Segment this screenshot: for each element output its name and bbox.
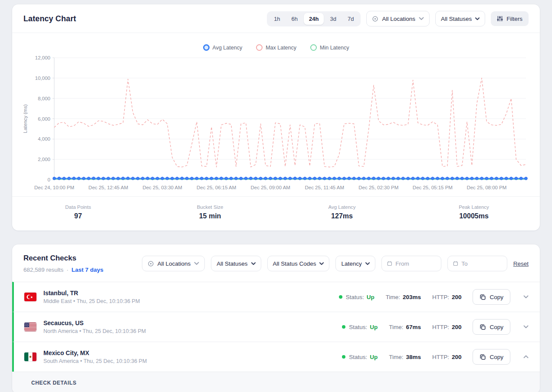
check-city: Secaucus, US xyxy=(43,320,146,326)
calendar-icon xyxy=(453,260,458,267)
check-row-left: Istanbul, TRMiddle East • Thu, 25 Dec, 1… xyxy=(24,290,140,304)
results-count: 682,589 results xyxy=(23,267,63,273)
recent-checks-filters: All Locations All Statuses All Status Co… xyxy=(142,256,529,271)
copy-label: Copy xyxy=(490,354,503,360)
time-label: Time: xyxy=(386,294,400,300)
x-tick-label: Dec 25, 09:00 AM xyxy=(250,185,290,190)
x-tick-label: Dec 25, 02:30 PM xyxy=(358,185,398,190)
legend-label: Max Latency xyxy=(266,45,296,51)
reset-filters-link[interactable]: Reset xyxy=(513,260,529,267)
sliders-icon xyxy=(497,16,503,22)
separator-dot: · xyxy=(66,267,69,273)
time-label: Time: xyxy=(389,354,403,360)
chevron-down-icon[interactable] xyxy=(522,293,530,300)
rc-status-codes-select[interactable]: All Status Codes xyxy=(267,256,330,271)
country-flag-icon xyxy=(24,293,36,301)
country-flag-icon xyxy=(24,323,36,331)
x-tick-label: Dec 25, 05:15 PM xyxy=(413,185,453,190)
legend-item-avg-latency[interactable]: Avg Latency xyxy=(203,44,243,51)
status-value: Up xyxy=(367,294,375,300)
time-range-3d[interactable]: 3d xyxy=(325,13,341,25)
copy-button[interactable]: Copy xyxy=(473,289,510,305)
check-row[interactable]: Mexico City, MXSouth America • Thu, 25 D… xyxy=(12,342,540,372)
status-label: Status: xyxy=(349,324,367,330)
status-label: Status: xyxy=(346,294,364,300)
time-range-7d[interactable]: 7d xyxy=(342,13,359,25)
rc-sort-select[interactable]: Latency xyxy=(335,256,375,271)
max-latency-line xyxy=(54,78,526,167)
status-dot-icon xyxy=(342,325,345,329)
chevron-down-icon xyxy=(319,262,324,265)
dashboard-page: Latency Chart 1h6h24h3d7d All Locations … xyxy=(0,0,552,392)
chart-locations-dropdown[interactable]: All Locations xyxy=(366,11,430,26)
time-range-24h[interactable]: 24h xyxy=(304,13,324,25)
y-tick-label: 6,000 xyxy=(38,116,50,122)
check-row-right: Status:UpTime:38msHTTP:200Copy xyxy=(342,349,530,365)
http-value: 200 xyxy=(452,324,462,330)
recent-checks-title: Recent Checks xyxy=(23,254,103,263)
stat-value: 127ms xyxy=(276,212,408,220)
copy-label: Copy xyxy=(490,324,503,330)
x-tick-label: Dec 24, 10:00 PM xyxy=(34,185,74,190)
stat-value: 10005ms xyxy=(408,212,540,220)
y-tick-label: 0 xyxy=(48,177,50,182)
check-details-panel: CHECK DETAILS xyxy=(12,372,540,392)
time-value: 203ms xyxy=(403,294,421,300)
check-status: Status:Up xyxy=(342,324,378,330)
time-range-group: 1h6h24h3d7d xyxy=(267,11,361,26)
recent-checks-list: Istanbul, TRMiddle East • Thu, 25 Dec, 1… xyxy=(12,282,540,392)
legend-item-max-latency[interactable]: Max Latency xyxy=(256,44,296,51)
recent-checks-card: Recent Checks 682,589 results · Last 7 d… xyxy=(12,244,540,392)
status-dot-icon xyxy=(339,295,342,299)
check-location-block: Mexico City, MXSouth America • Thu, 25 D… xyxy=(43,349,147,364)
legend-marker-icon xyxy=(256,44,263,51)
chevron-down-icon xyxy=(365,262,370,265)
y-tick-label: 12,000 xyxy=(35,55,50,60)
x-tick-label: Dec 25, 06:15 AM xyxy=(197,185,236,190)
http-value: 200 xyxy=(452,294,462,300)
check-row-right: Status:UpTime:203msHTTP:200Copy xyxy=(339,289,530,305)
legend-marker-icon xyxy=(203,44,210,51)
date-from-input[interactable] xyxy=(395,260,435,267)
check-details-heading: CHECK DETAILS xyxy=(31,380,521,386)
stat-label: Data Points xyxy=(12,204,144,210)
avg-latency-markers xyxy=(53,177,528,180)
check-meta: North America • Thu, 25 Dec, 10:10:36 PM xyxy=(43,328,146,334)
copy-button[interactable]: Copy xyxy=(473,349,510,365)
copy-icon xyxy=(480,354,486,360)
check-row[interactable]: Istanbul, TRMiddle East • Thu, 25 Dec, 1… xyxy=(12,282,540,312)
latency-chart-card: Latency Chart 1h6h24h3d7d All Locations … xyxy=(12,4,540,231)
legend-item-min-latency[interactable]: Min Latency xyxy=(310,44,349,51)
check-meta: South America • Thu, 25 Dec, 10:10:36 PM xyxy=(43,358,147,364)
y-tick-label: 2,000 xyxy=(38,157,50,162)
check-location-block: Istanbul, TRMiddle East • Thu, 25 Dec, 1… xyxy=(43,290,140,304)
date-to-field xyxy=(447,256,507,271)
recent-checks-title-block: Recent Checks 682,589 results · Last 7 d… xyxy=(23,254,103,273)
time-range-1h[interactable]: 1h xyxy=(269,13,285,25)
chevron-down-icon[interactable] xyxy=(522,323,530,330)
latency-chart-controls: 1h6h24h3d7d All Locations All Statuses xyxy=(267,11,529,26)
chevron-up-icon[interactable] xyxy=(522,353,530,360)
rc-statuses-select[interactable]: All Statuses xyxy=(211,256,261,271)
time-value: 67ms xyxy=(406,324,421,330)
chevron-down-icon xyxy=(194,262,199,265)
check-city: Istanbul, TR xyxy=(43,290,140,296)
latency-chart-header: Latency Chart 1h6h24h3d7d All Locations … xyxy=(12,4,540,33)
latency-chart-plot: 02,0004,0006,0008,00010,00012,000Latency… xyxy=(12,53,540,196)
check-http: HTTP:200 xyxy=(432,354,462,360)
time-range-6h[interactable]: 6h xyxy=(286,13,303,25)
check-row[interactable]: Secaucus, USNorth America • Thu, 25 Dec,… xyxy=(12,312,540,342)
time-label: Time: xyxy=(389,324,403,330)
check-status: Status:Up xyxy=(339,294,375,300)
chevron-down-icon xyxy=(475,17,480,20)
legend-label: Avg Latency xyxy=(213,45,243,51)
chart-statuses-select[interactable]: All Statuses xyxy=(435,11,485,26)
copy-button[interactable]: Copy xyxy=(473,319,510,335)
chart-stats-row: Data Points97Bucket Size15 minAvg Latenc… xyxy=(12,196,540,231)
rc-locations-dropdown[interactable]: All Locations xyxy=(142,256,205,271)
rc-locations-label: All Locations xyxy=(158,260,191,267)
date-to-input[interactable] xyxy=(461,260,501,267)
filters-button[interactable]: Filters xyxy=(491,11,529,26)
stat-peak-latency: Peak Latency10005ms xyxy=(408,204,540,220)
copy-icon xyxy=(480,324,486,330)
